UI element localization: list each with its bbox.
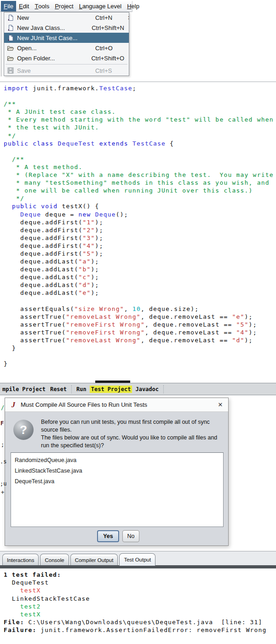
code-line: deque.addLast("c"); xyxy=(4,273,276,281)
code-line xyxy=(4,297,276,305)
drjava-icon: J xyxy=(10,401,17,409)
code-line: deque.addFirst("4"); xyxy=(4,242,276,250)
tab-test-output[interactable]: Test Output xyxy=(119,553,155,566)
code-line: assertTrue("removeFirst Wrong", deque.re… xyxy=(4,328,276,336)
menu-item-label: Open Folder... xyxy=(17,55,91,62)
window-edge xyxy=(0,12,2,76)
menu-item-shortcut: Ctrl+Shift+N xyxy=(92,24,124,31)
code-line: import junit.framework.TestCase; xyxy=(4,84,276,92)
output-line: LinkedStackTestCase xyxy=(4,595,276,603)
code-line: } xyxy=(4,344,276,352)
menu-item-shortcut: Ctrl+Shift+O xyxy=(91,55,124,62)
test-output-pane: 1 test failed: DequeTest testX LinkedSta… xyxy=(0,568,276,644)
code-line: * many "testSomething" methods in this c… xyxy=(4,179,276,187)
menubar-item-help[interactable]: Help xyxy=(124,1,142,12)
code-line: deque.addFirst("5"); xyxy=(4,250,276,258)
output-line: 1 test failed: xyxy=(4,571,276,579)
code-line: /** xyxy=(4,155,276,163)
save-icon xyxy=(7,67,14,74)
window-fragment: + xyxy=(1,489,4,496)
code-line: * the test with JUnit. xyxy=(4,123,276,131)
new-file-icon xyxy=(7,14,14,21)
window-fragment: : xyxy=(127,14,130,21)
dialog-message-line: Before you can run unit tests, you must … xyxy=(41,418,226,434)
new-file-icon xyxy=(7,24,14,31)
code-line: * A test method. xyxy=(4,163,276,171)
window-fragment: / xyxy=(1,404,4,411)
output-line: Failure: junit.framework.AssertionFailed… xyxy=(4,626,276,634)
code-editor[interactable]: import junit.framework.TestCase; /** * A… xyxy=(0,82,276,369)
code-line: */ xyxy=(4,194,276,202)
close-icon[interactable]: ✕ xyxy=(213,398,228,412)
code-line xyxy=(4,147,276,155)
tab-console[interactable]: Console xyxy=(40,554,69,566)
menu-item-save[interactable]: SaveCtrl+S xyxy=(4,65,129,76)
code-line: /** xyxy=(4,100,276,108)
toolbar-separator xyxy=(71,385,72,393)
toolbar-button-test-project[interactable]: Test Project xyxy=(90,386,132,393)
menu-item-open[interactable]: Open...Ctrl+O xyxy=(4,43,129,53)
dialog-title: Must Compile All Source Files to Run Uni… xyxy=(21,401,213,408)
toolbar-button-run[interactable]: Run xyxy=(75,386,88,393)
menu-bar: FileEditToolsProjectLanguage LevelHelp xyxy=(0,1,132,12)
list-item[interactable]: RandomizedQueue.java xyxy=(15,455,219,466)
code-line: * A JUnit test case class. xyxy=(4,108,276,116)
code-line: deque.addLast("a"); xyxy=(4,258,276,265)
out-of-sync-file-list[interactable]: RandomizedQueue.javaLinkedStackTestCase.… xyxy=(11,452,224,527)
code-line: deque.addFirst("3"); xyxy=(4,234,276,242)
output-line: testX xyxy=(4,586,276,594)
code-line: deque.addLast("e"); xyxy=(4,289,276,297)
window-fragment: ; xyxy=(1,441,4,448)
code-line: public void testX() { xyxy=(4,202,276,210)
toolbar: mpile ProjectResetRunTest ProjectJavadoc xyxy=(0,383,276,395)
menu-item-label: New JUnit Test Case... xyxy=(17,35,95,41)
output-line: test2 xyxy=(4,603,276,610)
toolbar-button-mpile-project[interactable]: mpile Project xyxy=(1,386,47,393)
no-button[interactable]: No xyxy=(122,530,139,542)
toolbar-button-reset[interactable]: Reset xyxy=(49,386,68,393)
question-icon: ? xyxy=(13,420,34,440)
code-line: */ xyxy=(4,132,276,140)
menu-item-new[interactable]: NewCtrl+N xyxy=(4,12,129,23)
code-line: } xyxy=(4,360,276,368)
code-line: * one will be called when running JUnit … xyxy=(4,187,276,194)
output-line: File: C:\Users\Wang\Downloads\queues\Deq… xyxy=(4,618,276,626)
menu-item-shortcut: Ctrl+O xyxy=(95,45,113,52)
tab-row: InteractionsConsoleCompiler OutputTest O… xyxy=(2,553,155,566)
tab-compiler-output[interactable]: Compiler Output xyxy=(70,554,118,566)
code-line: deque.addLast("b"); xyxy=(4,265,276,273)
list-item[interactable]: LinkedStackTestCase.java xyxy=(15,466,219,476)
output-line: testX xyxy=(4,610,276,618)
output-line: DequeTest xyxy=(4,579,276,586)
toolbar-button-javadoc[interactable]: Javadoc xyxy=(134,386,160,393)
menu-item-open-folder[interactable]: Open Folder...Ctrl+Shift+O xyxy=(4,53,129,63)
yes-button[interactable]: Yes xyxy=(97,530,119,542)
open-folder-icon xyxy=(7,54,14,62)
code-line: deque.addFirst("1"); xyxy=(4,218,276,226)
list-item[interactable]: DequeTest.java xyxy=(15,476,219,487)
menubar-item-file[interactable]: File xyxy=(1,1,16,12)
code-line: deque.addLast("d"); xyxy=(4,281,276,289)
menu-item-shortcut: Ctrl+N xyxy=(95,14,112,21)
window-fragment: .s xyxy=(0,458,6,465)
window-fragment: ;u xyxy=(0,480,6,487)
tab-underline xyxy=(0,565,276,568)
code-line: deque.addFirst("2"); xyxy=(4,226,276,234)
menu-item-new-java-class[interactable]: New Java Class...Ctrl+Shift+N xyxy=(4,23,129,33)
menubar-item-project[interactable]: Project xyxy=(52,1,76,12)
code-line: assertTrue("removeLast Wrong", deque.rem… xyxy=(4,336,276,344)
code-line xyxy=(4,92,276,100)
menubar-item-language-level[interactable]: Language Level xyxy=(76,1,125,12)
menu-item-label: New Java Class... xyxy=(17,24,92,31)
menu-item-label: New xyxy=(17,14,95,21)
menubar-item-edit[interactable]: Edit xyxy=(16,1,32,12)
tab-interactions[interactable]: Interactions xyxy=(2,554,39,566)
dialog-message-line: The files below are out of sync. Would y… xyxy=(41,434,226,442)
file-menu: NewCtrl+NNew Java Class...Ctrl+Shift+NNe… xyxy=(4,12,129,76)
open-folder-icon xyxy=(7,44,14,52)
code-line: assertEquals("size Wrong", 10, deque.siz… xyxy=(4,305,276,313)
menu-item-new-junit-test-case[interactable]: New JUnit Test Case... xyxy=(4,33,129,43)
code-line xyxy=(4,352,276,360)
menubar-item-tools[interactable]: Tools xyxy=(32,1,52,12)
new-file-icon xyxy=(7,34,14,41)
